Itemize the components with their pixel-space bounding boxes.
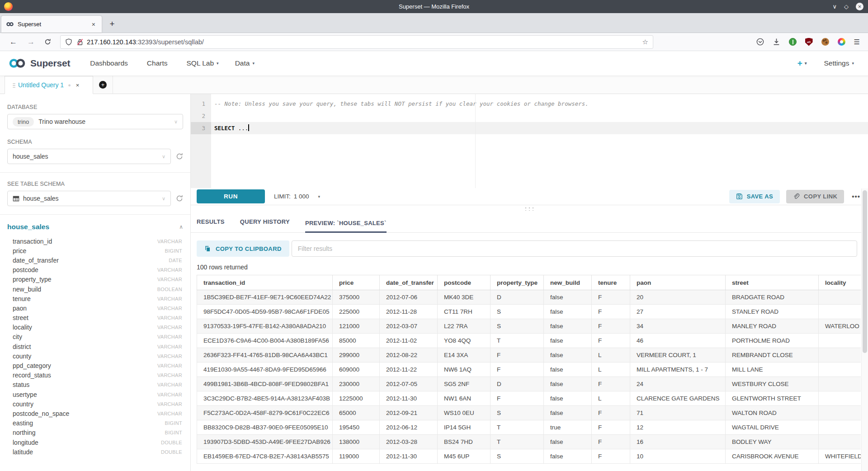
refresh-tables-button[interactable] [176, 195, 183, 202]
nav-item-charts[interactable]: Charts [147, 59, 170, 67]
close-query-tab-icon[interactable]: × [76, 82, 80, 89]
database-select[interactable]: trino Trino warehouse ∨ [7, 114, 183, 129]
pocket-icon[interactable] [756, 38, 764, 46]
cookie-extension-icon[interactable] [821, 38, 829, 46]
downloads-icon[interactable] [773, 38, 780, 46]
column-name: locality [13, 324, 32, 331]
browser-tab-superset[interactable]: Superset × [1, 16, 102, 33]
table-schema-header[interactable]: house_sales ∧ [7, 223, 183, 231]
schema-column-row[interactable]: date_of_transfer DATE [7, 255, 183, 265]
tab-close-icon[interactable]: × [90, 21, 97, 28]
extension-green-icon[interactable] [789, 38, 797, 46]
superset-brand[interactable]: Superset [8, 58, 70, 69]
table-cell: EB1459EB-67ED-47C8-B2E7-A38143AB5575 [197, 449, 333, 464]
schema-column-row[interactable]: district VARCHAR [7, 342, 183, 351]
schema-column-row[interactable]: northing BIGINT [7, 428, 183, 438]
back-button[interactable]: ← [5, 38, 22, 47]
table-cell: 2012-03-07 [380, 319, 438, 334]
reload-button[interactable] [40, 38, 56, 45]
table-header-cell[interactable]: locality [819, 275, 861, 290]
more-options-button[interactable]: ••• [850, 193, 862, 200]
run-button[interactable]: RUN [197, 189, 265, 203]
drag-grip-icon[interactable]: ⋮ [10, 82, 14, 89]
minimize-button[interactable]: ∨ [832, 4, 837, 9]
table-row: BB8320C9-D82B-4B37-90E0-9FEE05095E101954… [197, 420, 861, 435]
caret-down-icon: ▾ [852, 61, 854, 66]
tab-preview-house-sales[interactable]: PREVIEW: `HOUSE_SALES` [305, 220, 387, 233]
schema-column-row[interactable]: status VARCHAR [7, 380, 183, 390]
new-tab-button[interactable]: + [105, 17, 119, 31]
new-menu-button[interactable]: +▾ [797, 58, 807, 68]
table-header-cell[interactable]: tenure [592, 275, 630, 290]
nav-item-dashboards[interactable]: Dashboards [90, 59, 131, 67]
schema-column-row[interactable]: ppd_category VARCHAR [7, 361, 183, 370]
copy-link-button[interactable]: COPY LINK [786, 190, 844, 203]
column-name: usertype [13, 391, 37, 398]
copy-to-clipboard-button[interactable]: COPY TO CLIPBOARD [197, 240, 289, 257]
column-type: DOUBLE [161, 440, 182, 445]
schema-column-row[interactable]: country VARCHAR [7, 399, 183, 409]
colorful-extension-icon[interactable] [838, 38, 845, 46]
close-window-button[interactable]: × [856, 3, 863, 10]
url-toolbar: ← → 217.160.120.143:32393/superset/sqlla… [0, 33, 868, 51]
refresh-schemas-button[interactable] [176, 153, 183, 160]
schema-column-row[interactable]: record_status VARCHAR [7, 371, 183, 380]
sidebar: DATABASE trino Trino warehouse ∨ SCHEMA … [0, 94, 191, 471]
tab-query-history[interactable]: QUERY HISTORY [240, 218, 290, 233]
limit-dropdown[interactable]: LIMIT: 1 000 ▾ [274, 193, 320, 200]
chevron-up-icon[interactable]: ∧ [179, 224, 183, 230]
table-header-cell[interactable]: date_of_transfer [380, 275, 438, 290]
nav-item-sql-lab[interactable]: SQL Lab▾ [187, 59, 219, 67]
schema-column-row[interactable]: property_type VARCHAR [7, 275, 183, 284]
column-name: record_status [13, 372, 51, 379]
schema-column-row[interactable]: tenure VARCHAR [7, 294, 183, 303]
drag-handle-icon[interactable] [524, 207, 535, 211]
schema-column-row[interactable]: postcode_no_space VARCHAR [7, 409, 183, 418]
pane-splitter[interactable] [191, 205, 868, 212]
column-type: BIGINT [165, 248, 182, 254]
scrollbar-thumb[interactable] [863, 190, 867, 353]
schema-column-row[interactable]: transaction_id VARCHAR [7, 236, 183, 246]
table-header-cell[interactable]: transaction_id [197, 275, 333, 290]
schema-column-row[interactable]: longitude DOUBLE [7, 438, 183, 447]
query-tab-active[interactable]: ⋮ Untitled Query 1 ● × [5, 76, 93, 94]
ublock-shield-icon[interactable]: uO [805, 38, 813, 46]
schema-column-row[interactable]: paon VARCHAR [7, 303, 183, 313]
add-query-tab-button[interactable]: + [93, 76, 113, 94]
table-header-cell[interactable]: street [726, 275, 819, 290]
url-bar[interactable]: 217.160.120.143:32393/superset/sqllab/ ☆ [60, 35, 653, 49]
settings-menu-button[interactable]: Settings▾ [824, 59, 854, 67]
results-controls: COPY TO CLIPBOARD [197, 240, 857, 257]
editor-code-area[interactable]: -- Note: Unless you save your query, the… [211, 94, 868, 188]
schema-column-row[interactable]: locality VARCHAR [7, 323, 183, 332]
maximize-button[interactable]: ◇ [844, 4, 849, 9]
nav-item-data[interactable]: Data▾ [235, 59, 255, 67]
schema-column-row[interactable]: postcode VARCHAR [7, 265, 183, 275]
table-header-cell[interactable]: price [333, 275, 380, 290]
table-cell: 609000 [333, 363, 380, 377]
schema-column-row[interactable]: price BIGINT [7, 246, 183, 255]
schema-column-row[interactable]: latitude DOUBLE [7, 447, 183, 457]
table-schema-select[interactable]: house_sales ∨ [7, 191, 171, 206]
table-header-cell[interactable]: new_build [544, 275, 592, 290]
filter-results-input[interactable] [292, 240, 857, 257]
table-row: 193907D3-5DBD-453D-A49E-9FEE27DAB9261380… [197, 435, 861, 449]
bookmark-star-icon[interactable]: ☆ [642, 38, 648, 46]
tab-results[interactable]: RESULTS [197, 218, 225, 233]
schema-column-row[interactable]: county VARCHAR [7, 351, 183, 361]
scrollbar[interactable] [861, 188, 868, 471]
table-cell: false [544, 435, 592, 449]
table-header-cell[interactable]: property_type [491, 275, 544, 290]
table-header-cell[interactable]: postcode [438, 275, 491, 290]
schema-select[interactable]: house_sales ∨ [7, 149, 171, 164]
save-as-button[interactable]: SAVE AS [729, 190, 780, 203]
schema-column-row[interactable]: city VARCHAR [7, 332, 183, 342]
table-header-cell[interactable]: paon [630, 275, 726, 290]
schema-column-row[interactable]: street VARCHAR [7, 313, 183, 323]
schema-column-row[interactable]: easting BIGINT [7, 419, 183, 428]
sql-editor[interactable]: 1 2 3 -- Note: Unless you save your quer… [191, 94, 868, 188]
forward-button[interactable]: → [22, 38, 40, 47]
schema-column-row[interactable]: usertype VARCHAR [7, 390, 183, 399]
menu-hamburger-icon[interactable]: ☰ [854, 38, 860, 46]
schema-column-row[interactable]: new_build BOOLEAN [7, 284, 183, 294]
